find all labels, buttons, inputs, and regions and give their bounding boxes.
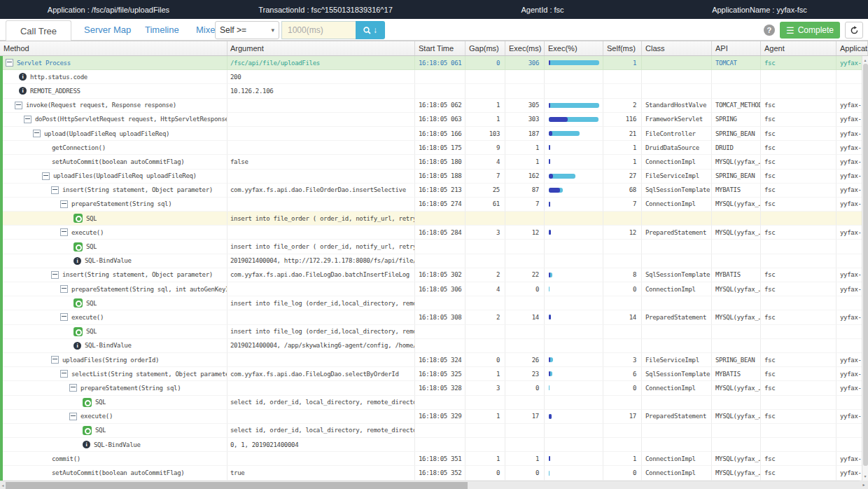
col-application[interactable]: Application [836, 41, 868, 55]
tree-indent [0, 76, 19, 77]
horizontal-scroll-thumb[interactable] [6, 482, 468, 489]
api-cell: MYSQL(yyfax_… [712, 466, 761, 480]
scroll-up-arrow-icon[interactable]: ▴ [862, 57, 868, 64]
table-row[interactable]: prepareStatement(String sql)16:18:05 328… [0, 381, 868, 395]
table-row[interactable]: ihttp.status.code200 [0, 70, 868, 84]
api-cell: SPRING_BEAN [712, 170, 761, 184]
table-row[interactable]: prepareStatement(String sql, int autoGen… [0, 282, 868, 296]
tree-indent [0, 317, 60, 317]
col-exec[interactable]: Exec(ms) [505, 41, 545, 55]
col-start-time[interactable]: Start Time [415, 41, 465, 55]
collapse-toggle-icon[interactable] [42, 172, 50, 180]
refresh-button[interactable] [845, 22, 863, 39]
table-row[interactable]: insert(String statement, Object paramete… [0, 268, 868, 282]
class-cell: StandardHostValve [642, 99, 712, 113]
exec-pct-cell [545, 127, 603, 141]
col-api[interactable]: API [712, 41, 761, 55]
scroll-left-arrow-icon[interactable]: ◂ [0, 481, 6, 489]
col-self[interactable]: Self(ms) [603, 41, 642, 55]
scroll-down-arrow-icon[interactable]: ▾ [862, 473, 868, 480]
collapse-toggle-icon[interactable] [60, 370, 68, 378]
col-agent[interactable]: Agent [761, 41, 836, 55]
self-cell: 0 [603, 466, 642, 480]
sql-icon [83, 398, 92, 407]
table-row[interactable]: upload(UploadFileReq uploadFileReq)16:18… [0, 127, 868, 141]
table-row[interactable]: getConnection()16:18:05 175911DruidDataS… [0, 141, 868, 155]
table-row[interactable]: selectList(String statement, Object para… [0, 367, 868, 381]
help-icon[interactable]: ? [764, 25, 775, 36]
col-argument[interactable]: Argument [227, 41, 415, 55]
threshold-input[interactable] [281, 21, 356, 39]
collapse-toggle-icon[interactable] [15, 102, 22, 109]
table-row[interactable]: setAutoCommit(boolean autoCommitFlag)fal… [0, 155, 868, 169]
api-cell: SPRING_BEAN [712, 353, 761, 367]
collapse-toggle-icon[interactable] [60, 285, 68, 293]
gap-cell: 2 [465, 310, 505, 324]
collapse-toggle-icon[interactable] [51, 271, 59, 279]
collapse-toggle-icon[interactable] [60, 313, 68, 321]
tab-server-map[interactable]: Server Map [84, 25, 131, 35]
argument-cell: insert into file_order ( order_id, notif… [227, 212, 415, 226]
method-cell: SQL [0, 396, 227, 410]
tab-call-tree[interactable]: Call Tree [6, 20, 71, 41]
table-row[interactable]: Servlet Process/fsc/api/file/uploadFiles… [0, 56, 868, 70]
self-cell: 68 [603, 184, 642, 198]
tree-indent [0, 261, 74, 261]
method-label: SQL [95, 399, 106, 406]
table-row[interactable]: execute()16:18:05 32911717PreparedStatem… [0, 410, 868, 424]
gap-cell: 9 [465, 141, 505, 155]
table-row[interactable]: execute()16:18:05 30821414PreparedStatem… [0, 310, 868, 324]
table-row[interactable]: insert(String statement, Object paramete… [0, 184, 868, 198]
tab-timeline[interactable]: Timeline [145, 25, 179, 35]
vertical-scrollbar[interactable]: ▴ ▾ [862, 56, 868, 481]
table-row[interactable]: SQLinsert into file_order ( order_id, no… [0, 212, 868, 226]
search-button[interactable]: ↓ [356, 21, 385, 39]
collapse-toggle-icon[interactable] [24, 116, 31, 123]
table-row[interactable]: uploadFiles(UploadFileReq uploadFileReq)… [0, 170, 868, 184]
table-row[interactable]: uploadFiles(String orderId)16:18:05 3240… [0, 353, 868, 367]
complete-button[interactable]: ☰ Complete [780, 22, 840, 39]
table-row[interactable]: iSQL-BindValue0, 1, 2019021400004 [0, 438, 868, 452]
table-row[interactable]: SQLinsert into file_log (order_id,local_… [0, 296, 868, 310]
table-row[interactable]: iSQL-BindValue2019021400004, /app/skywal… [0, 339, 868, 353]
horizontal-scrollbar[interactable]: ◂ [0, 481, 868, 489]
table-row[interactable]: invoke(Request request, Response respons… [0, 99, 868, 113]
agent-cell [761, 240, 836, 254]
table-row[interactable]: iREMOTE_ADDRESS10.126.2.106 [0, 84, 868, 98]
table-row[interactable]: prepareStatement(String sql)16:18:05 274… [0, 198, 868, 212]
table-row[interactable]: doPost(HttpServletRequest request, HttpS… [0, 113, 868, 127]
start-time-cell [415, 212, 465, 226]
table-row[interactable]: SQLselect id, order_id, local_directory,… [0, 424, 868, 438]
collapse-toggle-icon[interactable] [60, 200, 68, 208]
collapse-toggle-icon[interactable] [69, 413, 77, 420]
collapse-toggle-icon[interactable] [51, 356, 59, 364]
collapse-toggle-icon[interactable] [33, 130, 41, 137]
exec-cell: 1 [505, 155, 545, 169]
table-row[interactable]: SQLinsert into file_order ( order_id, no… [0, 240, 868, 254]
self-cell: 0 [603, 381, 642, 395]
table-row[interactable]: setAutoCommit(boolean autoCommitFlag)tru… [0, 466, 868, 480]
col-gap[interactable]: Gap(ms) [465, 41, 505, 55]
table-row[interactable]: SQLselect id, order_id, local_directory,… [0, 396, 868, 410]
table-row[interactable]: SQLinsert into file_log (order_id,local_… [0, 325, 868, 339]
gap-cell [465, 438, 505, 452]
exec-cell: 187 [505, 127, 545, 141]
exec-cell: 0 [505, 381, 545, 395]
collapse-toggle-icon[interactable] [51, 186, 59, 194]
collapse-toggle-icon[interactable] [60, 228, 68, 236]
start-time-cell [415, 438, 465, 452]
scroll-right-arrow-icon[interactable]: ▸ [860, 481, 868, 489]
api-cell: SPRING [712, 113, 761, 127]
table-row[interactable]: execute()16:18:05 28431212PreparedStatem… [0, 226, 868, 240]
table-row[interactable]: iSQL-BindValue2019021400004, http://172.… [0, 254, 868, 268]
vertical-scroll-thumb[interactable] [863, 64, 868, 466]
col-exec-pct[interactable]: Exec(%) [545, 41, 603, 55]
agent-cell: fsc [761, 226, 836, 240]
agent-cell [761, 212, 836, 226]
table-row[interactable]: commit()16:18:05 351111ConnectionImplMYS… [0, 452, 868, 466]
collapse-toggle-icon[interactable] [6, 59, 13, 67]
self-filter-select[interactable]: Self >= ▾ [215, 21, 279, 39]
col-class[interactable]: Class [642, 41, 712, 55]
collapse-toggle-icon[interactable] [69, 384, 77, 392]
col-method[interactable]: Method [0, 41, 227, 55]
